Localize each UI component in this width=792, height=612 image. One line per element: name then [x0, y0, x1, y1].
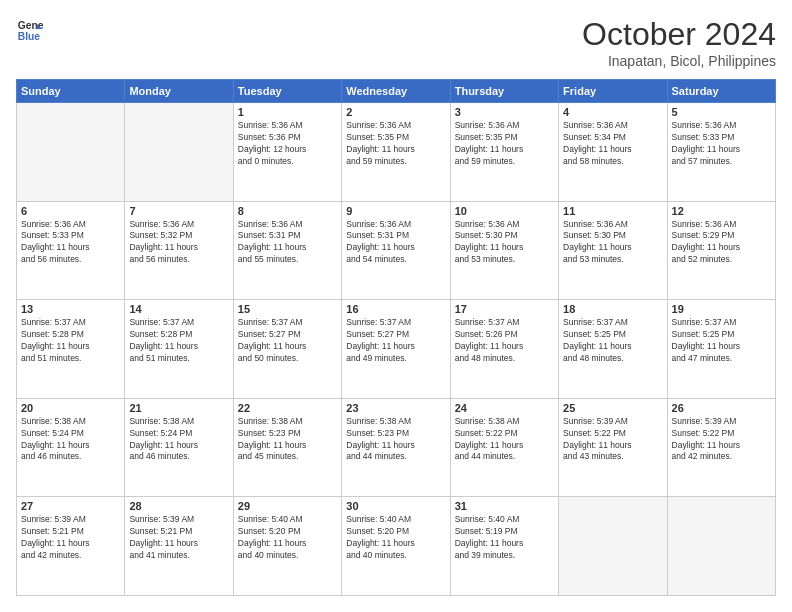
- column-header-sunday: Sunday: [17, 80, 125, 103]
- day-info: Sunrise: 5:36 AM Sunset: 5:35 PM Dayligh…: [346, 120, 445, 168]
- page: General Blue October 2024 Inapatan, Bico…: [0, 0, 792, 612]
- calendar-cell: 31Sunrise: 5:40 AM Sunset: 5:19 PM Dayli…: [450, 497, 558, 596]
- calendar-cell: 2Sunrise: 5:36 AM Sunset: 5:35 PM Daylig…: [342, 103, 450, 202]
- week-row-4: 20Sunrise: 5:38 AM Sunset: 5:24 PM Dayli…: [17, 398, 776, 497]
- calendar-cell: 5Sunrise: 5:36 AM Sunset: 5:33 PM Daylig…: [667, 103, 775, 202]
- day-info: Sunrise: 5:38 AM Sunset: 5:23 PM Dayligh…: [346, 416, 445, 464]
- calendar-cell: 25Sunrise: 5:39 AM Sunset: 5:22 PM Dayli…: [559, 398, 667, 497]
- calendar-cell: 6Sunrise: 5:36 AM Sunset: 5:33 PM Daylig…: [17, 201, 125, 300]
- day-number: 8: [238, 205, 337, 217]
- day-number: 1: [238, 106, 337, 118]
- day-number: 23: [346, 402, 445, 414]
- day-number: 14: [129, 303, 228, 315]
- day-number: 13: [21, 303, 120, 315]
- day-info: Sunrise: 5:36 AM Sunset: 5:34 PM Dayligh…: [563, 120, 662, 168]
- day-number: 15: [238, 303, 337, 315]
- day-number: 2: [346, 106, 445, 118]
- day-info: Sunrise: 5:40 AM Sunset: 5:20 PM Dayligh…: [346, 514, 445, 562]
- day-number: 18: [563, 303, 662, 315]
- day-number: 11: [563, 205, 662, 217]
- day-info: Sunrise: 5:36 AM Sunset: 5:35 PM Dayligh…: [455, 120, 554, 168]
- day-number: 22: [238, 402, 337, 414]
- day-number: 5: [672, 106, 771, 118]
- column-header-thursday: Thursday: [450, 80, 558, 103]
- day-info: Sunrise: 5:39 AM Sunset: 5:22 PM Dayligh…: [672, 416, 771, 464]
- column-header-friday: Friday: [559, 80, 667, 103]
- location-title: Inapatan, Bicol, Philippines: [582, 53, 776, 69]
- day-number: 24: [455, 402, 554, 414]
- day-info: Sunrise: 5:40 AM Sunset: 5:20 PM Dayligh…: [238, 514, 337, 562]
- day-info: Sunrise: 5:36 AM Sunset: 5:36 PM Dayligh…: [238, 120, 337, 168]
- header: General Blue October 2024 Inapatan, Bico…: [16, 16, 776, 69]
- day-info: Sunrise: 5:37 AM Sunset: 5:28 PM Dayligh…: [129, 317, 228, 365]
- day-info: Sunrise: 5:39 AM Sunset: 5:21 PM Dayligh…: [21, 514, 120, 562]
- calendar-cell: 11Sunrise: 5:36 AM Sunset: 5:30 PM Dayli…: [559, 201, 667, 300]
- calendar-cell: 13Sunrise: 5:37 AM Sunset: 5:28 PM Dayli…: [17, 300, 125, 399]
- day-number: 9: [346, 205, 445, 217]
- day-number: 25: [563, 402, 662, 414]
- calendar-cell: 18Sunrise: 5:37 AM Sunset: 5:25 PM Dayli…: [559, 300, 667, 399]
- calendar-cell: 22Sunrise: 5:38 AM Sunset: 5:23 PM Dayli…: [233, 398, 341, 497]
- day-info: Sunrise: 5:37 AM Sunset: 5:26 PM Dayligh…: [455, 317, 554, 365]
- day-info: Sunrise: 5:36 AM Sunset: 5:33 PM Dayligh…: [672, 120, 771, 168]
- day-number: 16: [346, 303, 445, 315]
- day-number: 12: [672, 205, 771, 217]
- calendar-cell: 24Sunrise: 5:38 AM Sunset: 5:22 PM Dayli…: [450, 398, 558, 497]
- calendar-cell: 21Sunrise: 5:38 AM Sunset: 5:24 PM Dayli…: [125, 398, 233, 497]
- day-info: Sunrise: 5:39 AM Sunset: 5:22 PM Dayligh…: [563, 416, 662, 464]
- calendar-cell: 27Sunrise: 5:39 AM Sunset: 5:21 PM Dayli…: [17, 497, 125, 596]
- day-number: 20: [21, 402, 120, 414]
- day-info: Sunrise: 5:36 AM Sunset: 5:31 PM Dayligh…: [238, 219, 337, 267]
- calendar-cell: 9Sunrise: 5:36 AM Sunset: 5:31 PM Daylig…: [342, 201, 450, 300]
- day-number: 21: [129, 402, 228, 414]
- day-info: Sunrise: 5:38 AM Sunset: 5:24 PM Dayligh…: [21, 416, 120, 464]
- day-number: 28: [129, 500, 228, 512]
- day-number: 31: [455, 500, 554, 512]
- day-number: 10: [455, 205, 554, 217]
- column-header-monday: Monday: [125, 80, 233, 103]
- day-number: 3: [455, 106, 554, 118]
- calendar-cell: 17Sunrise: 5:37 AM Sunset: 5:26 PM Dayli…: [450, 300, 558, 399]
- calendar-cell: 15Sunrise: 5:37 AM Sunset: 5:27 PM Dayli…: [233, 300, 341, 399]
- calendar-cell: 23Sunrise: 5:38 AM Sunset: 5:23 PM Dayli…: [342, 398, 450, 497]
- day-info: Sunrise: 5:37 AM Sunset: 5:25 PM Dayligh…: [563, 317, 662, 365]
- day-info: Sunrise: 5:37 AM Sunset: 5:27 PM Dayligh…: [346, 317, 445, 365]
- title-block: October 2024 Inapatan, Bicol, Philippine…: [582, 16, 776, 69]
- day-number: 6: [21, 205, 120, 217]
- day-info: Sunrise: 5:38 AM Sunset: 5:22 PM Dayligh…: [455, 416, 554, 464]
- day-info: Sunrise: 5:36 AM Sunset: 5:32 PM Dayligh…: [129, 219, 228, 267]
- day-info: Sunrise: 5:37 AM Sunset: 5:25 PM Dayligh…: [672, 317, 771, 365]
- calendar-cell: 4Sunrise: 5:36 AM Sunset: 5:34 PM Daylig…: [559, 103, 667, 202]
- day-number: 17: [455, 303, 554, 315]
- column-header-tuesday: Tuesday: [233, 80, 341, 103]
- logo-icon: General Blue: [16, 16, 44, 44]
- column-header-wednesday: Wednesday: [342, 80, 450, 103]
- day-info: Sunrise: 5:39 AM Sunset: 5:21 PM Dayligh…: [129, 514, 228, 562]
- week-row-2: 6Sunrise: 5:36 AM Sunset: 5:33 PM Daylig…: [17, 201, 776, 300]
- calendar-cell: 30Sunrise: 5:40 AM Sunset: 5:20 PM Dayli…: [342, 497, 450, 596]
- day-info: Sunrise: 5:36 AM Sunset: 5:30 PM Dayligh…: [455, 219, 554, 267]
- calendar-cell: 10Sunrise: 5:36 AM Sunset: 5:30 PM Dayli…: [450, 201, 558, 300]
- day-info: Sunrise: 5:37 AM Sunset: 5:27 PM Dayligh…: [238, 317, 337, 365]
- calendar-cell: 20Sunrise: 5:38 AM Sunset: 5:24 PM Dayli…: [17, 398, 125, 497]
- calendar-cell: 14Sunrise: 5:37 AM Sunset: 5:28 PM Dayli…: [125, 300, 233, 399]
- calendar-cell: [559, 497, 667, 596]
- calendar-cell: 8Sunrise: 5:36 AM Sunset: 5:31 PM Daylig…: [233, 201, 341, 300]
- svg-text:Blue: Blue: [18, 31, 41, 42]
- week-row-5: 27Sunrise: 5:39 AM Sunset: 5:21 PM Dayli…: [17, 497, 776, 596]
- calendar-cell: [17, 103, 125, 202]
- calendar-table: SundayMondayTuesdayWednesdayThursdayFrid…: [16, 79, 776, 596]
- logo: General Blue: [16, 16, 44, 44]
- month-title: October 2024: [582, 16, 776, 53]
- calendar-cell: 26Sunrise: 5:39 AM Sunset: 5:22 PM Dayli…: [667, 398, 775, 497]
- calendar-cell: [667, 497, 775, 596]
- svg-text:General: General: [18, 20, 44, 31]
- column-header-saturday: Saturday: [667, 80, 775, 103]
- day-info: Sunrise: 5:36 AM Sunset: 5:30 PM Dayligh…: [563, 219, 662, 267]
- calendar-cell: [125, 103, 233, 202]
- day-number: 30: [346, 500, 445, 512]
- day-info: Sunrise: 5:38 AM Sunset: 5:24 PM Dayligh…: [129, 416, 228, 464]
- calendar-cell: 19Sunrise: 5:37 AM Sunset: 5:25 PM Dayli…: [667, 300, 775, 399]
- calendar-cell: 7Sunrise: 5:36 AM Sunset: 5:32 PM Daylig…: [125, 201, 233, 300]
- day-number: 29: [238, 500, 337, 512]
